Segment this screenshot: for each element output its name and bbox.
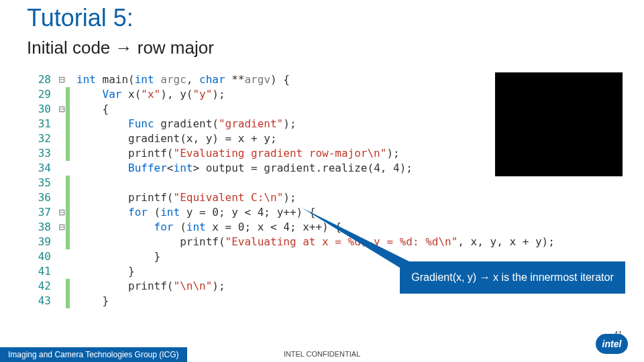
callout-box: Gradient(x, y) → x is the innermost iter… — [400, 261, 625, 294]
output-placeholder — [495, 72, 623, 176]
slide-title: Tutorial 5: — [27, 4, 133, 32]
slide-subtitle: Initial code → row major — [27, 38, 214, 58]
intel-logo: intel — [596, 334, 633, 359]
footer-confidential: INTEL CONFIDENTIAL — [284, 350, 361, 358]
footer: Imaging and Camera Technologies Group (I… — [0, 343, 644, 362]
footer-group: Imaging and Camera Technologies Group (I… — [0, 347, 187, 362]
line-number-column: 28293031323334353637383940414243 — [35, 72, 51, 308]
